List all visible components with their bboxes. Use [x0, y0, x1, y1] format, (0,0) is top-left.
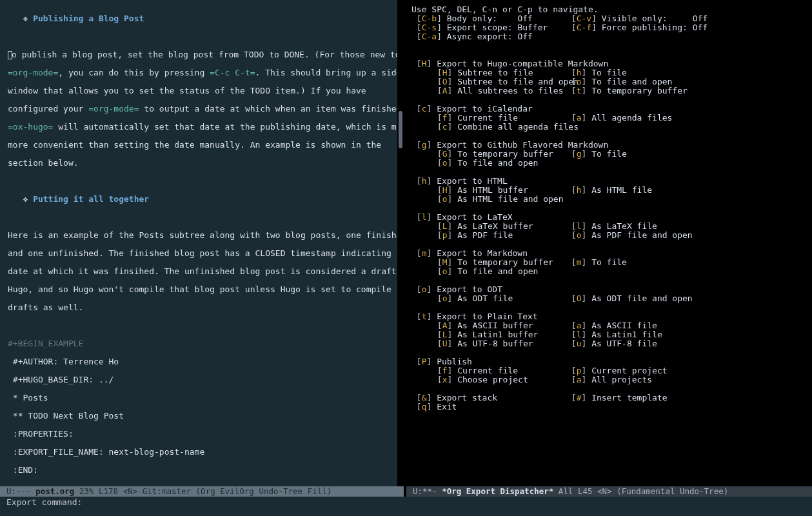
export-option: [o] As HTML file and open — [411, 195, 806, 204]
export-section-head: [P] Publish — [411, 357, 806, 366]
modeline-file-right: *Org Export Dispatcher* — [442, 486, 553, 496]
key-C-a[interactable]: C-a — [422, 32, 437, 41]
minibuffer-prompt: Export command: — [6, 497, 82, 507]
export-toggle-row: [C-s] Export scope: Buffer [C-f] Force p… — [411, 23, 806, 32]
right-pane-export-dispatcher[interactable]: Use SPC, DEL, C-n or C-p to navigate. [C… — [406, 0, 812, 497]
export-option: [L] As LaTeX buffer [l] As LaTeX file — [411, 222, 806, 231]
export-option: [G] To temporary buffer [g] To file — [411, 150, 806, 159]
export-toggle-row: [C-b] Body only: Off [C-v] Visible only:… — [411, 14, 806, 23]
example-begin: #+BEGIN_EXAMPLE — [8, 339, 83, 348]
export-footer-row: [&] Export stack [#] Insert template — [411, 393, 806, 402]
key-C-b[interactable]: C-b — [422, 14, 437, 23]
export-option: [o] To file and open — [411, 267, 806, 276]
export-section-head: [g] Export to Github Flavored Markdown — [411, 141, 806, 150]
export-option: [p] As PDF file [o] As PDF file and open — [411, 231, 806, 240]
export-section-head: [t] Export to Plain Text — [411, 312, 806, 321]
export-option: [U] As UTF-8 buffer [u] As UTF-8 file — [411, 339, 806, 348]
export-option: [M] To temporary buffer [m] To file — [411, 258, 806, 267]
export-option: [f] Current file [a] All agenda files — [411, 114, 806, 123]
export-option: [H] Subtree to file [h] To file — [411, 68, 806, 77]
pane-divider[interactable] — [397, 0, 406, 497]
key-C-s[interactable]: C-s — [422, 23, 437, 32]
heading-together: Putting it all together — [33, 194, 149, 204]
export-option: [x] Choose project [a] All projects — [411, 375, 806, 384]
export-section-head: [o] Export to ODT — [411, 285, 806, 294]
export-section-head: [l] Export to LaTeX — [411, 213, 806, 222]
editor-split: ❖ Publishing a Blog Post o publish a blo… — [0, 0, 812, 497]
export-section-head: [c] Export to iCalendar — [411, 104, 806, 114]
minibuffer[interactable]: Export command: — [0, 497, 812, 516]
export-section-head: [h] Export to HTML — [411, 177, 806, 186]
export-option: [O] Subtree to file and open [o] To file… — [411, 77, 806, 86]
key-C-f[interactable]: C-f — [577, 23, 591, 32]
export-option: [A] All subtrees to files [t] To tempora… — [411, 86, 806, 95]
export-option: [L] As Latin1 buffer [l] As Latin1 file — [411, 330, 806, 339]
left-pane-org-buffer[interactable]: ❖ Publishing a Blog Post o publish a blo… — [0, 0, 397, 497]
export-option: [H] As HTML buffer [h] As HTML file — [411, 186, 806, 195]
heading-publishing: Publishing a Blog Post — [33, 14, 144, 23]
export-option: [o] To file and open — [411, 159, 806, 168]
scrollbar-thumb[interactable] — [399, 111, 402, 148]
nav-hint: Use SPC, DEL, C-n or C-p to navigate. — [411, 5, 599, 14]
key-C-v[interactable]: C-v — [577, 14, 591, 23]
export-option: [o] As ODT file [O] As ODT file and open — [411, 294, 806, 303]
export-option: [f] Current file [p] Current project — [411, 366, 806, 375]
modeline-right: U:**- *Org Export Dispatcher* All L45 <N… — [406, 486, 812, 497]
export-section-head: [H] Export to Hugo-compatible Markdown — [411, 59, 806, 68]
export-option: [c] Combine all agenda files — [411, 123, 806, 132]
modeline-file-left: post.org — [35, 486, 74, 496]
export-toggle-row: [C-a] Async export: Off — [411, 32, 806, 41]
export-footer-row: [q] Exit — [411, 402, 806, 412]
export-section-head: [m] Export to Markdown — [411, 249, 806, 258]
export-option: [A] As ASCII buffer [a] As ASCII file — [411, 321, 806, 330]
modeline-left: U:--- post.org 23% L178 <N> Git:master (… — [0, 486, 404, 497]
